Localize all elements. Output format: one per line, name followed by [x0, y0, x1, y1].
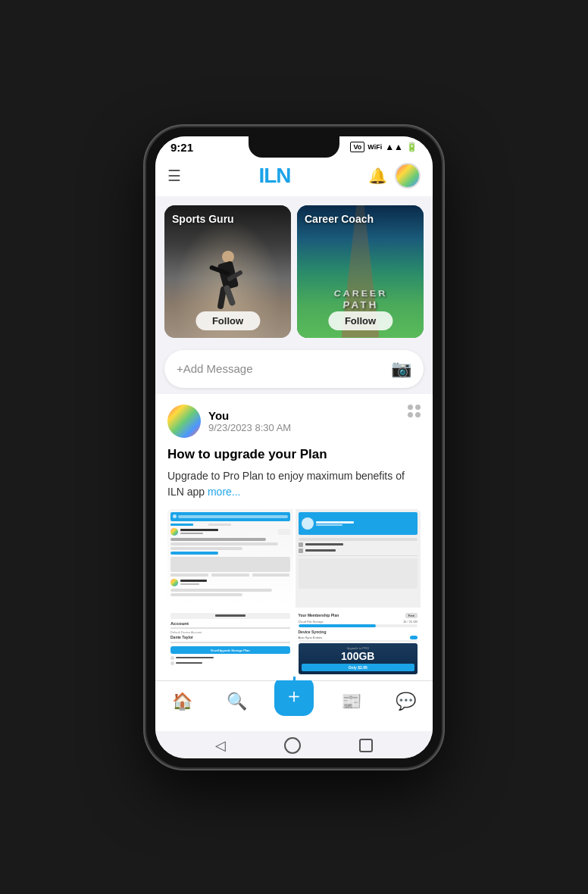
phone-notch	[249, 136, 339, 158]
signal-icon: ▲▲	[385, 142, 403, 152]
nav-search[interactable]: 🔍	[220, 689, 253, 714]
post-body-text: Upgrade to Pro Plan to enjoy maximum ben…	[167, 470, 405, 498]
header-right: 🔔	[368, 163, 421, 189]
back-icon[interactable]: ◁	[215, 737, 226, 754]
post-author-name: You	[208, 409, 291, 422]
featured-cards-row: Sports Guru Follow CAREER PATH Career Co…	[155, 196, 433, 344]
post-image-4[interactable]: Your Membership Plan Free Cloud File Sto…	[296, 610, 421, 680]
athlete-figure	[205, 247, 251, 315]
nav-messages[interactable]: 💬	[389, 689, 422, 714]
post-body: Upgrade to Pro Plan to enjoy maximum ben…	[167, 468, 421, 500]
user-avatar[interactable]	[395, 163, 421, 189]
status-time: 9:21	[170, 141, 193, 154]
add-icon: ＋	[284, 683, 304, 709]
battery-icon: 🔋	[406, 142, 418, 152]
athlete-head	[222, 251, 234, 263]
mock-screen-membership: Your Membership Plan Free Cloud File Sto…	[296, 610, 421, 680]
menu-icon[interactable]: ☰	[167, 167, 181, 185]
post-header: You 9/23/2023 8:30 AM	[167, 405, 421, 438]
notification-bell-icon[interactable]: 🔔	[368, 167, 387, 185]
post-card: You 9/23/2023 8:30 AM How to upgrade you…	[155, 394, 433, 680]
career-word-1: CAREER	[333, 289, 388, 299]
nav-news[interactable]: 📰	[335, 689, 368, 714]
post-image-2[interactable]	[296, 509, 421, 608]
nav-add-button[interactable]: ＋	[274, 677, 314, 716]
post-user-info: You 9/23/2023 8:30 AM	[167, 405, 291, 438]
recents-icon[interactable]	[359, 739, 373, 752]
option-dot-1	[408, 405, 413, 410]
volte-icon: Vo	[350, 142, 364, 152]
header: ☰ ILN 🔔	[155, 157, 433, 196]
message-input-row[interactable]: +Add Message 📷	[164, 350, 424, 388]
gesture-bar: ◁	[155, 731, 433, 758]
career-coach-follow-button[interactable]: Follow	[328, 311, 393, 330]
option-dot-2	[415, 405, 421, 410]
camera-icon[interactable]: 📷	[391, 359, 411, 379]
app-logo: ILN	[258, 164, 290, 188]
mock-screen-menu	[296, 509, 421, 608]
news-icon: 📰	[341, 692, 361, 711]
option-dot-4	[415, 412, 421, 417]
home-icon: 🏠	[172, 692, 192, 711]
phone-frame: 9:21 Vo WiFi ▲▲ 🔋 ☰ ILN 🔔	[146, 127, 442, 767]
mock-header-1	[170, 512, 290, 521]
bottom-nav: 🏠 🔍 ＋ 📰 💬	[155, 680, 433, 731]
nav-home[interactable]: 🏠	[166, 689, 199, 714]
post-author-avatar	[167, 405, 201, 438]
home-gesture-icon[interactable]	[284, 737, 301, 754]
search-icon: 🔍	[227, 692, 247, 711]
mock-screen-feed	[167, 509, 293, 608]
add-message-placeholder[interactable]: +Add Message	[177, 362, 252, 375]
sports-guru-title: Sports Guru	[172, 213, 234, 225]
sports-guru-card[interactable]: Sports Guru Follow	[164, 205, 291, 338]
scroll-content: Sports Guru Follow CAREER PATH Career Co…	[155, 196, 433, 680]
career-coach-card[interactable]: CAREER PATH Career Coach Follow	[297, 205, 424, 338]
post-images-grid: Account Default Device Account Dante Tay…	[167, 509, 421, 680]
career-text-overlay: CAREER PATH	[330, 289, 389, 311]
post-image-3[interactable]: Account Default Device Account Dante Tay…	[167, 610, 293, 680]
post-meta: You 9/23/2023 8:30 AM	[208, 409, 291, 433]
chat-icon: 💬	[396, 692, 416, 711]
mock-screen-account: Account Default Device Account Dante Tay…	[167, 610, 293, 680]
post-image-1[interactable]	[167, 509, 293, 608]
post-more-link[interactable]: more...	[208, 486, 241, 498]
career-coach-title: Career Coach	[305, 213, 374, 225]
option-dot-3	[408, 412, 413, 417]
status-icons: Vo WiFi ▲▲ 🔋	[350, 142, 418, 152]
career-word-2: PATH	[330, 299, 389, 311]
wifi-icon: WiFi	[368, 143, 382, 151]
phone-screen: 9:21 Vo WiFi ▲▲ 🔋 ☰ ILN 🔔	[155, 136, 433, 758]
post-date: 9/23/2023 8:30 AM	[208, 422, 291, 433]
post-options-button[interactable]	[408, 405, 421, 417]
sports-guru-follow-button[interactable]: Follow	[195, 311, 260, 330]
post-title: How to upgrade your Plan	[167, 447, 421, 462]
